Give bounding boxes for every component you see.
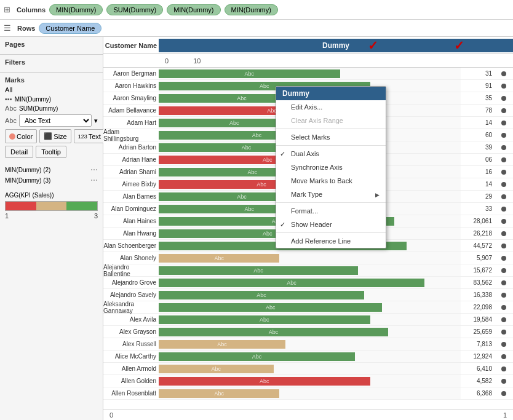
columns-pill-1[interactable]: MIN(Dummy) — [49, 4, 103, 15]
menu-item-show-header[interactable]: Show Header — [276, 218, 386, 231]
dropdown-arrow: ▾ — [94, 117, 98, 125]
dot — [501, 84, 506, 89]
value-cell: 91 — [461, 80, 495, 92]
menu-item-move-marks-to-back[interactable]: Move Marks to Back — [276, 174, 386, 188]
dot-cell — [495, 215, 513, 228]
bar-abc-text: Abc — [237, 194, 247, 200]
bottom-axis: 0 1 — [103, 410, 513, 420]
bar-abc-text: Abc — [269, 329, 279, 335]
value-cell: 4,582 — [461, 375, 495, 387]
row-label: Alan Dominguez — [103, 203, 159, 215]
bar-fill: Abc — [159, 266, 358, 275]
row-label: Adrian Hane — [103, 154, 159, 166]
bar-cell: Abc — [159, 314, 461, 326]
value-cell: 29 — [461, 191, 495, 203]
marks-min-label: MIN(Dummy) — [15, 96, 51, 103]
rows-row: ☰ Rows Customer Name — [0, 20, 513, 37]
axis-row: 0 10 — [159, 57, 201, 65]
kpi-bar — [5, 201, 98, 211]
dot — [501, 133, 506, 138]
menu-header: Dummy — [276, 87, 386, 100]
bar-abc-text: Abc — [245, 71, 255, 77]
bar-abc-text: Abc — [252, 132, 262, 138]
dot-cell — [495, 92, 513, 105]
bar-abc-text: Abc — [247, 169, 257, 175]
bar-abc-text: Abc — [253, 267, 263, 274]
bar-abc-text: Abc — [256, 292, 266, 298]
dot — [501, 231, 506, 236]
bar-abc-text: Abc — [229, 120, 239, 126]
dot — [501, 391, 506, 396]
chart-area: Customer Name Dummy 0 10 Aaron BergmanAa… — [103, 37, 513, 420]
bar-cell: Abc — [159, 68, 461, 80]
marks-extra-buttons: Detail Tooltip — [5, 146, 98, 158]
bar-cell: Abc — [159, 277, 461, 289]
marks-sum-label: SUM(Dummy) — [19, 105, 58, 112]
row-label: Alan Hwang — [103, 228, 159, 240]
row-label: Alex Grayson — [103, 326, 159, 338]
dot — [501, 207, 506, 212]
context-menu: Dummy Edit Axis...Clear Axis RangeSelect… — [276, 86, 386, 248]
text-dropdown[interactable]: Abc Text — [19, 114, 92, 127]
columns-label: Columns — [17, 6, 46, 14]
bar-fill: Abc — [159, 328, 388, 336]
color-icon — [9, 133, 15, 140]
menu-item-edit-axis[interactable]: Edit Axis... — [276, 100, 386, 114]
menu-item-format[interactable]: Format... — [276, 204, 386, 218]
menu-item-clear-axis-range: Clear Axis Range — [276, 114, 386, 127]
dot-cell — [495, 105, 513, 117]
columns-pill-2[interactable]: SUM(Dummy) — [106, 4, 163, 15]
dot-cell — [495, 387, 513, 400]
dot-cell — [495, 228, 513, 240]
min-dummy3-label: MIN(Dummy) (3) — [5, 177, 50, 184]
marks-buttons: Color ⬛ Size 123 Text — [5, 129, 98, 143]
context-menu-overlay: Dummy Edit Axis...Clear Axis RangeSelect… — [276, 86, 386, 248]
rows-icon: ☰ — [4, 23, 11, 33]
menu-item-dual-axis[interactable]: Dual Axis — [276, 147, 386, 160]
value-cell: 19,584 — [461, 314, 495, 326]
bar-fill: Abc — [159, 315, 370, 324]
text-button[interactable]: 123 Text — [74, 129, 105, 143]
rows-label: Rows — [17, 25, 35, 32]
row-label: Adam Hart — [103, 117, 159, 129]
dot — [501, 157, 506, 162]
dot — [501, 367, 506, 371]
marks-sum-row: Abc SUM(Dummy) — [5, 105, 98, 112]
menu-item-mark-type[interactable]: Mark Type — [276, 188, 386, 201]
dot-cell — [495, 375, 513, 387]
menu-item-add-reference-line[interactable]: Add Reference Line — [276, 234, 386, 248]
row-label: Aaron Bergman — [103, 68, 159, 80]
row-label: Alan Shonely — [103, 252, 159, 264]
columns-pill-4[interactable]: MIN(Dummy) — [225, 4, 278, 15]
tooltip-button[interactable]: Tooltip — [36, 146, 66, 158]
min-dummy3-icon: ⋯ — [90, 176, 98, 184]
size-button[interactable]: ⬛ Size — [39, 129, 71, 143]
menu-item-synchronize-axis[interactable]: Synchronize Axis — [276, 160, 386, 174]
dot-cell — [495, 117, 513, 129]
menu-divider — [276, 145, 386, 146]
dot — [501, 71, 506, 76]
row-labels-container: Aaron BergmanAaron HawkinsAaron Smayling… — [103, 68, 159, 410]
text-icon: 123 — [78, 133, 87, 140]
rows-pill[interactable]: Customer Name — [39, 23, 101, 34]
color-button[interactable]: Color — [5, 129, 37, 143]
detail-button[interactable]: Detail — [5, 146, 33, 158]
pages-title: Pages — [5, 41, 98, 48]
dot — [501, 317, 506, 322]
dot-cell — [495, 252, 513, 264]
dot — [501, 108, 506, 113]
size-icon: ⬛ — [44, 132, 52, 140]
dot-cell — [495, 326, 513, 338]
bar-cell: Abc — [159, 387, 461, 400]
dot-cell — [495, 178, 513, 191]
pages-section: Pages — [0, 37, 103, 55]
columns-pill-3[interactable]: MIN(Dummy) — [167, 4, 220, 15]
bar-cell: Abc — [159, 326, 461, 338]
value-cell: 06 — [461, 154, 495, 166]
menu-item-select-marks[interactable]: Select Marks — [276, 130, 386, 144]
kpi-min-label: 1 — [5, 212, 9, 220]
bar-fill: Abc — [159, 340, 285, 349]
row-label: Alejandro Grove — [103, 277, 159, 289]
bar-cell: Abc — [159, 264, 461, 277]
dropdown-row[interactable]: Abc Abc Text ▾ — [5, 114, 98, 127]
